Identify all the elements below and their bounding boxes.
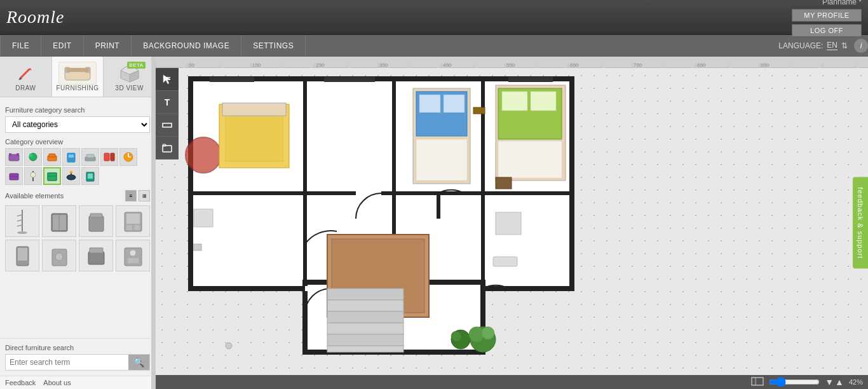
- tab-3dview[interactable]: BETA 3D VIEW: [104, 57, 155, 97]
- cat-icon-8[interactable]: [24, 167, 42, 185]
- cat-icon-0[interactable]: [5, 148, 23, 166]
- svg-text:950: 950: [761, 62, 770, 68]
- zoom-controls: ▼ ▲: [825, 377, 844, 387]
- element-item-3[interactable]: [116, 205, 150, 237]
- svg-line-41: [17, 225, 22, 226]
- search-bar: 🔍: [5, 354, 150, 371]
- direct-search-title: Direct furniture search: [5, 344, 150, 351]
- element-item-2[interactable]: [79, 205, 113, 237]
- element-item-4[interactable]: [5, 240, 39, 271]
- cat-icon-11[interactable]: [81, 167, 99, 185]
- cat-icon-2[interactable]: [43, 148, 61, 166]
- svg-rect-135: [327, 311, 403, 323]
- svg-rect-21: [104, 153, 109, 161]
- cat-icon-6[interactable]: [119, 148, 137, 166]
- svg-rect-106: [210, 77, 254, 82]
- tools-panel: T: [156, 68, 179, 160]
- element-item-1[interactable]: [42, 205, 76, 237]
- svg-point-146: [482, 327, 494, 339]
- svg-rect-141: [493, 257, 517, 266]
- category-select[interactable]: All categories: [5, 116, 150, 133]
- floorplan[interactable]: [184, 72, 578, 358]
- svg-rect-59: [128, 258, 139, 263]
- svg-rect-50: [134, 225, 140, 230]
- svg-rect-133: [327, 289, 403, 300]
- toolbar-edit[interactable]: EDIT: [41, 35, 83, 56]
- about-link[interactable]: About us: [43, 379, 71, 386]
- svg-rect-130: [194, 209, 213, 227]
- header: Roomle Planname * MY PROFILE LOG OFF: [0, 0, 868, 35]
- language-value[interactable]: EN: [827, 41, 837, 50]
- list-view-btn[interactable]: ≡: [125, 190, 137, 201]
- language-arrow-icon: ⇅: [841, 41, 848, 50]
- svg-rect-122: [444, 95, 465, 113]
- svg-rect-126: [498, 141, 562, 178]
- element-item-0[interactable]: [5, 205, 39, 237]
- svg-rect-117: [222, 103, 286, 116]
- header-right: Planname * MY PROFILE LOG OFF: [792, 0, 862, 37]
- sidebar: DRAW FURNISHING: [0, 57, 156, 389]
- log-off-button[interactable]: LOG OFF: [792, 24, 862, 37]
- svg-rect-107: [324, 77, 375, 82]
- main-layout: DRAW FURNISHING: [0, 57, 868, 389]
- svg-rect-30: [48, 173, 57, 181]
- cat-icon-5[interactable]: [100, 148, 118, 166]
- feedback-link[interactable]: Feedback: [5, 379, 36, 386]
- svg-point-148: [226, 343, 232, 349]
- sidebar-content: Furniture category search All categories…: [0, 97, 155, 338]
- element-item-6[interactable]: [79, 240, 113, 271]
- svg-rect-149: [752, 378, 763, 385]
- camera-tool[interactable]: [156, 137, 179, 160]
- cat-icon-1[interactable]: [24, 148, 42, 166]
- svg-text:350: 350: [379, 62, 388, 68]
- search-input[interactable]: [6, 355, 128, 370]
- elements-grid: [5, 205, 150, 271]
- cat-icon-4[interactable]: [81, 148, 99, 166]
- svg-rect-6: [67, 68, 88, 72]
- element-item-5[interactable]: [42, 240, 76, 271]
- zoom-increase[interactable]: ▲: [835, 377, 844, 387]
- measure-tool[interactable]: [156, 114, 179, 137]
- available-elements-title: Available elements: [5, 192, 64, 200]
- svg-point-34: [70, 171, 72, 174]
- view-icon: [751, 377, 764, 387]
- grid-view-btn[interactable]: ⊞: [139, 190, 150, 201]
- cat-icon-7[interactable]: [5, 167, 23, 185]
- svg-rect-56: [90, 248, 103, 253]
- toolbar-settings[interactable]: SETTINGS: [241, 35, 306, 56]
- svg-rect-116: [226, 111, 283, 161]
- search-button[interactable]: 🔍: [128, 355, 149, 370]
- cat-icon-9[interactable]: [43, 167, 61, 185]
- svg-rect-108: [508, 77, 553, 82]
- sidebar-resize-handle[interactable]: [151, 57, 155, 389]
- app-logo: Roomle: [6, 7, 65, 27]
- svg-point-14: [29, 154, 33, 158]
- svg-text:150: 150: [252, 62, 261, 68]
- zoom-slider[interactable]: [769, 377, 820, 387]
- tab-draw[interactable]: DRAW: [0, 57, 52, 97]
- toolbar-background-image[interactable]: BACKGROUND IMAGE: [132, 35, 241, 56]
- feedback-support-tab[interactable]: feedback & support: [853, 177, 868, 269]
- cat-icon-10[interactable]: [62, 167, 80, 185]
- svg-rect-11: [9, 153, 11, 156]
- svg-rect-48: [126, 214, 140, 224]
- info-icon[interactable]: i: [854, 39, 868, 53]
- svg-rect-139: [496, 212, 521, 235]
- svg-rect-20: [86, 154, 94, 158]
- element-item-7[interactable]: [116, 240, 150, 271]
- cat-icon-3[interactable]: [62, 148, 80, 166]
- text-tool[interactable]: T: [156, 91, 179, 114]
- svg-rect-127: [502, 92, 527, 111]
- toolbar-file[interactable]: FILE: [0, 35, 41, 56]
- canvas-area[interactable]: 50 150 250 350 450 550 650 750 8: [156, 57, 868, 389]
- svg-rect-138: [327, 346, 403, 352]
- svg-rect-134: [327, 300, 403, 311]
- zoom-decrease[interactable]: ▼: [825, 377, 834, 387]
- svg-rect-45: [89, 216, 104, 231]
- my-profile-button[interactable]: MY PROFILE: [792, 9, 862, 22]
- tab-furnishing[interactable]: FURNISHING: [52, 57, 104, 97]
- tab-furnishing-label: FURNISHING: [56, 85, 98, 92]
- toolbar-print[interactable]: PRINT: [84, 35, 132, 56]
- select-tool[interactable]: [156, 68, 179, 91]
- sidebar-bottom: Feedback About us: [0, 376, 155, 389]
